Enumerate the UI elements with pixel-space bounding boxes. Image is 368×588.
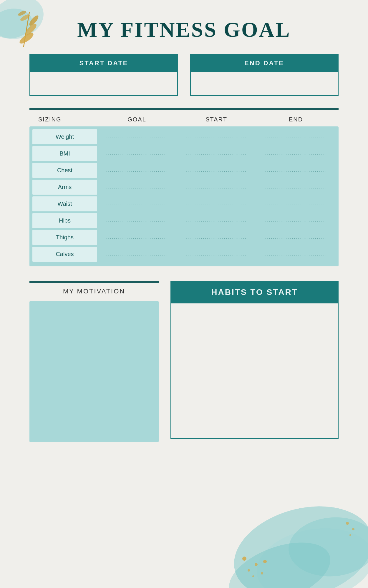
- start-dots-waist[interactable]: ................................: [177, 198, 256, 211]
- sizing-label-hips: Hips: [32, 213, 97, 228]
- date-section: START DATE END DATE: [29, 54, 339, 96]
- end-dots-hips[interactable]: ................................: [256, 214, 336, 227]
- goal-dots-weight[interactable]: ................................: [97, 131, 177, 143]
- svg-point-13: [255, 563, 258, 566]
- col-sizing: SIZING: [32, 116, 97, 123]
- sizing-label-waist: Waist: [32, 196, 97, 211]
- sizing-label-arms: Arms: [32, 180, 97, 195]
- table-row: Thighs ................................ …: [32, 230, 336, 245]
- goal-dots-chest[interactable]: ................................: [97, 164, 177, 177]
- motivation-title: MY MOTIVATION: [29, 288, 159, 295]
- goal-dots-hips[interactable]: ................................: [97, 214, 177, 227]
- svg-point-18: [346, 522, 349, 525]
- table-row: BMI ................................ ...…: [32, 146, 336, 161]
- table-row: Waist ................................ .…: [32, 196, 336, 211]
- page-title: MY FITNESS GOAL: [29, 18, 339, 42]
- sizing-table: SIZING GOAL START END Weight ...........…: [29, 116, 339, 266]
- start-dots-calves[interactable]: ................................: [177, 248, 256, 261]
- bottom-section: MY MOTIVATION HABITS TO START: [29, 281, 339, 442]
- goal-dots-thighs[interactable]: ................................: [97, 231, 177, 244]
- col-start: START: [177, 116, 256, 123]
- end-dots-arms[interactable]: ................................: [256, 181, 336, 194]
- sizing-label-weight: Weight: [32, 129, 97, 144]
- sizing-label-calves: Calves: [32, 247, 97, 262]
- col-end: END: [256, 116, 336, 123]
- sizing-label-chest: Chest: [32, 163, 97, 178]
- start-date-label: START DATE: [30, 55, 177, 72]
- start-dots-thighs[interactable]: ................................: [177, 231, 256, 244]
- motivation-divider: [29, 281, 159, 283]
- start-date-input[interactable]: [30, 72, 177, 95]
- table-row: Hips ................................ ..…: [32, 213, 336, 228]
- svg-point-16: [261, 572, 263, 574]
- end-date-input[interactable]: [191, 72, 338, 95]
- table-row: Calves ................................ …: [32, 247, 336, 262]
- svg-point-19: [352, 528, 354, 530]
- end-dots-bmi[interactable]: ................................: [256, 147, 336, 160]
- section-divider: [29, 108, 339, 110]
- end-dots-thighs[interactable]: ................................: [256, 231, 336, 244]
- bottom-right-decoration: [191, 470, 368, 588]
- col-goal: GOAL: [97, 116, 177, 123]
- goal-dots-waist[interactable]: ................................: [97, 198, 177, 211]
- habits-input-area[interactable]: [170, 303, 339, 439]
- svg-point-15: [263, 560, 267, 563]
- start-dots-hips[interactable]: ................................: [177, 214, 256, 227]
- goal-dots-arms[interactable]: ................................: [97, 181, 177, 194]
- svg-point-14: [248, 569, 250, 572]
- sizing-label-thighs: Thighs: [32, 230, 97, 245]
- sizing-body: Weight ................................ …: [29, 126, 339, 266]
- start-dots-weight[interactable]: ................................: [177, 131, 256, 143]
- end-dots-calves[interactable]: ................................: [256, 248, 336, 261]
- table-row: Weight ................................ …: [32, 129, 336, 144]
- end-dots-chest[interactable]: ................................: [256, 164, 336, 177]
- start-dots-bmi[interactable]: ................................: [177, 147, 256, 160]
- table-row: Chest ................................ .…: [32, 163, 336, 178]
- table-row: Arms ................................ ..…: [32, 180, 336, 195]
- goal-dots-bmi[interactable]: ................................: [97, 147, 177, 160]
- svg-point-17: [252, 575, 254, 577]
- start-dots-arms[interactable]: ................................: [177, 181, 256, 194]
- goal-dots-calves[interactable]: ................................: [97, 248, 177, 261]
- end-dots-weight[interactable]: ................................: [256, 131, 336, 143]
- habits-section: HABITS TO START: [170, 281, 339, 439]
- svg-point-12: [242, 557, 246, 561]
- end-dots-waist[interactable]: ................................: [256, 198, 336, 211]
- start-date-box[interactable]: START DATE: [29, 54, 178, 96]
- sizing-label-bmi: BMI: [32, 146, 97, 161]
- habits-title: HABITS TO START: [170, 281, 339, 303]
- svg-point-20: [349, 534, 351, 536]
- end-date-box[interactable]: END DATE: [190, 54, 339, 96]
- motivation-input-area[interactable]: [29, 301, 159, 442]
- end-date-label: END DATE: [191, 55, 338, 72]
- start-dots-chest[interactable]: ................................: [177, 164, 256, 177]
- sizing-header-row: SIZING GOAL START END: [29, 116, 339, 123]
- motivation-section: MY MOTIVATION: [29, 281, 159, 442]
